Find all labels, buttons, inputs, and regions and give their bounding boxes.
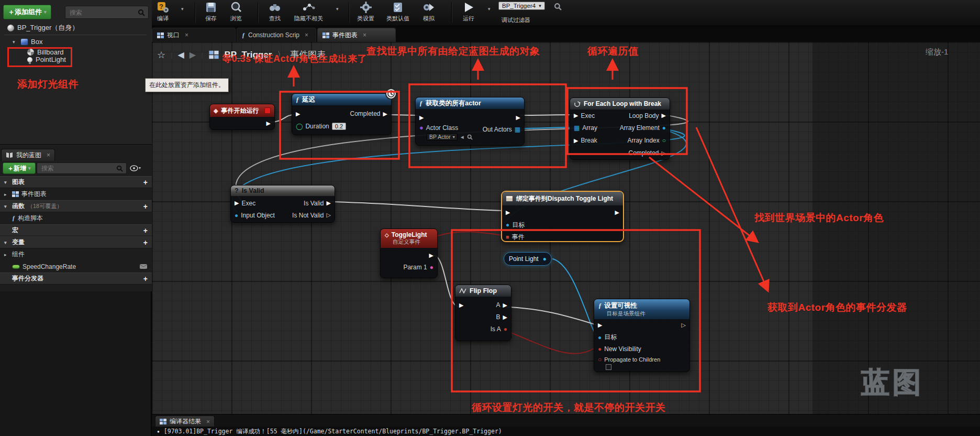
node-get-all-actors-of-class[interactable]: ƒ 获取类的所有actor ▶ ▶ ● Actor Class BP Actor…	[415, 97, 525, 146]
exec-in-pin[interactable]: ▶	[506, 210, 510, 215]
tab-viewport[interactable]: 视口 ×	[152, 28, 236, 42]
simulate-button[interactable]: 模拟	[422, 1, 436, 23]
variable-visibility-icon[interactable]	[139, 264, 148, 269]
target-pin[interactable]: ●	[598, 334, 602, 341]
node-is-valid[interactable]: ? Is Valid ▶ Exec Is Valid ▶ ● Input Obj…	[230, 185, 335, 223]
float-pin[interactable]: ◯	[296, 123, 303, 130]
break-exec-pin[interactable]: ▶	[574, 138, 578, 144]
exec-in-pin[interactable]: ▶	[598, 322, 602, 328]
component-root[interactable]: BP_Trigger（自身）	[7, 23, 79, 32]
component-search[interactable]	[65, 6, 149, 19]
propagate-checkbox[interactable]	[606, 364, 611, 370]
exec-in-pin[interactable]: ▶	[459, 302, 463, 308]
add-function-button[interactable]: +	[143, 202, 148, 211]
section-variables[interactable]: ▾ 变量 +	[0, 236, 152, 248]
close-icon[interactable]: ×	[363, 31, 366, 39]
component-search-input[interactable]	[69, 8, 138, 17]
class-defaults-button[interactable]: 类默认值	[386, 1, 409, 23]
visibility-filter-icon[interactable]	[130, 165, 141, 172]
exec-out-pin[interactable]: ▷	[682, 322, 686, 328]
section-components[interactable]: ▸ 组件	[0, 248, 152, 260]
object-out-pin[interactable]: ●	[662, 124, 666, 132]
exec-in-pin[interactable]: ▶	[296, 111, 300, 117]
save-button[interactable]: 保存	[204, 1, 218, 23]
close-icon[interactable]: ×	[47, 151, 50, 159]
tree-expand-icon[interactable]: ▾	[13, 39, 18, 45]
exec-out-pin-a[interactable]: ▶	[503, 302, 507, 308]
hide-unrelated-options-icon[interactable]: ▾	[336, 6, 339, 12]
debug-search-icon[interactable]	[554, 3, 562, 10]
back-icon[interactable]: ◀	[178, 50, 184, 60]
node-flip-flop[interactable]: Flip Flop ▶ A ▶ B ▶ Is A ●	[455, 285, 511, 341]
add-graph-button[interactable]: +	[143, 178, 148, 187]
node-togglelight-custom-event[interactable]: ◇ ToggleLight 自定义事件 ▶ Param 1 ●	[380, 228, 438, 278]
exec-out-pin[interactable]: ▷	[327, 212, 331, 218]
play-button[interactable]: 运行	[462, 1, 475, 23]
tab-event-graph[interactable]: 事件图表 ×	[317, 28, 396, 42]
bool-in-pin-propagate[interactable]: ○	[598, 356, 602, 363]
new-button[interactable]: ＋新增 ▾	[3, 162, 36, 174]
compiler-log-row[interactable]: ● [9703.01]BP_Trigger 编译成功！[55 毫秒内](/Gam…	[152, 427, 980, 436]
target-pin[interactable]: ●	[506, 221, 509, 228]
favorite-star-icon[interactable]: ☆	[157, 49, 165, 61]
array-out-pin[interactable]: ▦	[515, 126, 520, 133]
add-component-button[interactable]: ＋添加组件 ▾	[3, 5, 51, 19]
my-blueprint-tab[interactable]: 我的蓝图 ×	[1, 149, 55, 161]
tab-construction-script[interactable]: ƒ Construction Scrip ×	[237, 28, 316, 42]
compiler-results-tab[interactable]: 编译器结果 ×	[155, 416, 215, 427]
component-item-box[interactable]: ▾ Box	[13, 38, 42, 46]
exec-out-pin-b[interactable]: ▶	[503, 314, 507, 320]
item-speedchangerate[interactable]: SpeedChangeRate	[0, 260, 152, 272]
exec-out-pin[interactable]: ▶	[429, 253, 433, 258]
add-variable-button[interactable]: +	[143, 238, 148, 247]
debug-object-select[interactable]: BP_Trigger4 ▾	[498, 2, 545, 10]
my-blueprint-search[interactable]	[37, 162, 127, 174]
exec-out-pin[interactable]: ▶	[516, 115, 520, 121]
duration-value-field[interactable]: 0.2	[332, 123, 346, 130]
compile-button[interactable]: ? 编译	[156, 1, 170, 23]
play-options-icon[interactable]: ▾	[488, 6, 491, 12]
exec-out-pin[interactable]: ▷	[662, 150, 666, 156]
node-bind-event-dispatcher[interactable]: 绑定事件到Dispatch Toggle Light ▶ ▶ ● 目标 ■ 事件	[501, 191, 624, 242]
int-out-pin[interactable]: ○	[662, 137, 666, 144]
exec-out-pin[interactable]: ▶	[383, 111, 387, 117]
exec-out-pin[interactable]: ▶	[662, 113, 666, 118]
bool-out-pin[interactable]: ●	[504, 325, 507, 333]
section-graphs[interactable]: ▾ 图表 +	[0, 176, 152, 188]
add-macro-button[interactable]: +	[143, 226, 148, 235]
find-button[interactable]: 查找	[268, 1, 282, 23]
delegate-pin[interactable]: ■	[506, 234, 509, 240]
add-dispatcher-button[interactable]: +	[143, 275, 148, 283]
node-point-light-getter[interactable]: Point Light ●	[504, 252, 552, 266]
section-event-dispatchers[interactable]: 事件分发器 +	[0, 272, 152, 285]
exec-in-pin[interactable]: ▶	[574, 113, 578, 118]
browse-to-asset-icon[interactable]	[467, 134, 473, 140]
array-in-pin[interactable]: ▦	[574, 124, 580, 132]
exec-in-pin[interactable]: ▶	[419, 115, 424, 121]
param-out-pin[interactable]: ●	[430, 264, 433, 271]
class-pin[interactable]: ●	[419, 124, 424, 132]
exec-out-pin[interactable]: ▶	[266, 121, 271, 126]
use-selected-icon[interactable]: ◄	[460, 134, 465, 140]
class-select[interactable]: BP Actor ▾	[427, 133, 458, 140]
hide-unrelated-button[interactable]: 隐藏不相关	[294, 1, 323, 23]
node-event-beginplay[interactable]: ◆ 事件开始运行 ▶	[209, 104, 275, 130]
node-delay[interactable]: ƒ 延迟 ▶ Completed ▶ ◯ Duration 0.2	[292, 93, 392, 135]
exec-out-pin[interactable]: ▶	[327, 200, 331, 206]
class-settings-button[interactable]: 类设置	[357, 1, 374, 23]
bool-in-pin[interactable]: ●	[598, 345, 602, 353]
item-event-graph[interactable]: ▸ 事件图表	[0, 188, 152, 200]
object-out-pin[interactable]: ●	[543, 255, 547, 263]
close-icon[interactable]: ×	[185, 31, 188, 39]
section-functions[interactable]: ▾ 函数 （18可覆盖） +	[0, 200, 152, 212]
forward-icon[interactable]: ▶	[190, 50, 196, 60]
close-icon[interactable]: ×	[305, 31, 308, 39]
close-icon[interactable]: ×	[206, 418, 210, 426]
my-blueprint-search-input[interactable]	[40, 164, 116, 172]
item-construction-script[interactable]: ƒ 构造脚本	[0, 212, 152, 224]
compile-options-icon[interactable]: ▾	[181, 6, 184, 12]
exec-out-pin[interactable]: ▶	[615, 210, 619, 215]
exec-in-pin[interactable]: ▶	[235, 200, 239, 206]
object-in-pin[interactable]: ●	[235, 212, 238, 219]
browse-button[interactable]: 浏览	[229, 1, 243, 23]
